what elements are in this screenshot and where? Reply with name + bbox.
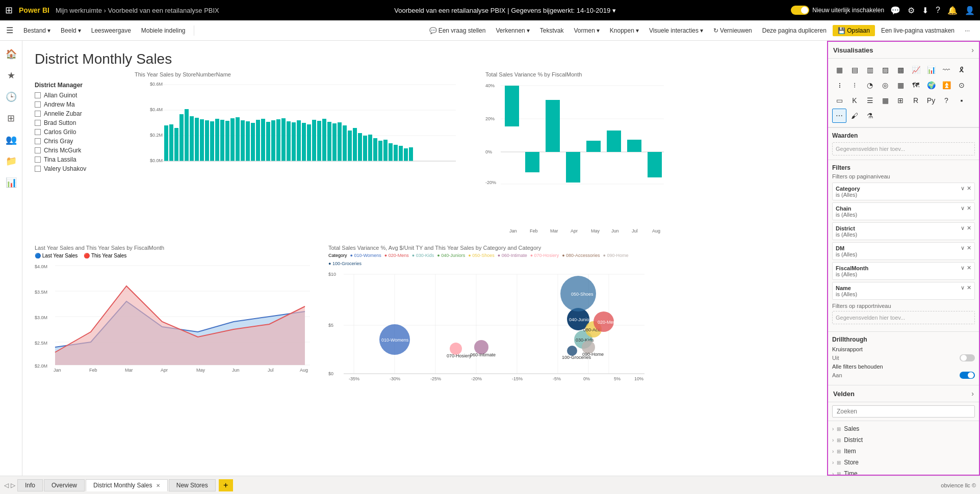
duplicate-btn[interactable]: Deze pagina dupliceren [758, 25, 831, 36]
filter-chain-remove[interactable]: ✕ [967, 205, 971, 212]
filter-chain[interactable]: Chain ∨ ✕ is (Alles) [832, 202, 975, 220]
dm-checkbox-2[interactable] [35, 111, 41, 117]
filters-behouden-toggle[interactable] [960, 372, 975, 379]
viz-gauge[interactable]: ⊙ [955, 78, 969, 92]
vormen-btn[interactable]: Vormen▾ [570, 25, 603, 36]
livepage-btn[interactable]: Een live-pagina vastmaken [877, 25, 959, 36]
dm-item-2[interactable]: Annelie Zubar [35, 110, 86, 117]
beeld-menu[interactable]: Beeld▾ [57, 25, 85, 36]
viz-area[interactable]: 📊 [924, 63, 938, 77]
filter-name-remove[interactable]: ✕ [967, 284, 971, 291]
dm-checkbox-6[interactable] [35, 147, 41, 153]
sidebar-home[interactable]: 🏠 [2, 45, 20, 63]
viz-line-stacked[interactable]: 〰 [939, 63, 953, 77]
viz-format[interactable]: 🖌 [847, 109, 862, 123]
tab-add-btn[interactable]: + [219, 479, 233, 491]
viz-treemap[interactable]: ▦ [893, 78, 908, 92]
dm-item-4[interactable]: Carlos Grilo [35, 128, 86, 136]
viz-filter-fields[interactable]: ⚗ [863, 109, 877, 123]
expand-arrow-time[interactable]: › [832, 471, 834, 476]
verkennen-btn[interactable]: Verkennen▾ [492, 25, 533, 36]
fields-item-district[interactable]: › ⊞ District [832, 434, 975, 446]
waarden-placeholder[interactable]: Gegevensvelden hier toev... [832, 142, 975, 155]
tab-info[interactable]: Info [17, 479, 43, 491]
filter-district-remove[interactable]: ✕ [967, 225, 971, 231]
viz-pie[interactable]: ◔ [863, 78, 877, 92]
viz-card[interactable]: ▭ [832, 93, 846, 108]
tekstvak-btn[interactable]: Tekstvak [536, 25, 568, 36]
dm-checkbox-5[interactable] [35, 138, 41, 144]
viz-slicer[interactable]: ☰ [863, 93, 877, 108]
new-look-toggle[interactable] [791, 6, 809, 15]
help-icon[interactable]: ? [936, 6, 940, 15]
fields-item-time[interactable]: › ⊞ Time [832, 468, 975, 476]
viz-kpi[interactable]: K [847, 93, 862, 108]
viz-bar-stacked-100[interactable]: ▥ [863, 63, 877, 77]
vernieuwen-btn[interactable]: ↻Vernieuwen [709, 25, 756, 36]
dm-item-0[interactable]: Allan Guinot [35, 92, 86, 99]
filter-district-expand[interactable]: ∨ [961, 225, 965, 231]
viz-bar-stacked[interactable]: ▦ [832, 63, 846, 77]
dm-checkbox-7[interactable] [35, 157, 41, 163]
viz-map[interactable]: 🗺 [909, 78, 923, 92]
viz-funnel[interactable]: ⏫ [939, 78, 953, 92]
expand-arrow-district[interactable]: › [832, 437, 834, 443]
account-icon[interactable]: 👤 [965, 6, 975, 15]
dm-checkbox-0[interactable] [35, 92, 41, 98]
tab-dms-close[interactable]: ✕ [156, 483, 160, 488]
mobiele-menu[interactable]: Mobiele indeling [137, 25, 190, 36]
filter-expand-icon[interactable]: ∨ [961, 185, 965, 192]
filter-dm[interactable]: DM ∨ ✕ is (Alles) [832, 242, 975, 260]
dm-checkbox-3[interactable] [35, 120, 41, 126]
filter-remove-icon[interactable]: ✕ [967, 185, 971, 192]
sidebar-shared[interactable]: 👥 [2, 131, 20, 149]
tab-nav-prev[interactable]: ◁ [4, 482, 9, 489]
dm-checkbox-8[interactable] [35, 166, 41, 172]
filter-fiscalmonth-expand[interactable]: ∨ [961, 265, 965, 271]
filter-dm-remove[interactable]: ✕ [967, 245, 971, 251]
viz-expand-icon[interactable]: › [971, 46, 974, 54]
viz-bar-horiz-stacked[interactable]: ▩ [893, 63, 908, 77]
viz-qna[interactable]: ? [939, 93, 953, 108]
sidebar-favorites[interactable]: ★ [2, 66, 20, 85]
sidebar-workspaces[interactable]: 📁 [2, 152, 20, 170]
viz-donut[interactable]: ◎ [878, 78, 892, 92]
grid-icon[interactable]: ⊞ [5, 5, 13, 16]
visuele-btn[interactable]: Visuele interacties▾ [645, 25, 707, 36]
tab-district-monthly-sales[interactable]: District Monthly Sales ✕ [86, 479, 168, 491]
fields-search-input[interactable] [832, 405, 975, 418]
tab-overview[interactable]: Overview [44, 479, 85, 491]
save-btn[interactable]: 💾 Opslaan [833, 25, 875, 36]
sidebar-apps[interactable]: ⊞ [2, 109, 20, 127]
expand-arrow-sales[interactable]: › [832, 426, 834, 432]
dm-item-8[interactable]: Valery Ushakov [35, 165, 86, 172]
comment-icon[interactable]: 💬 [890, 6, 900, 15]
viz-r[interactable]: R [909, 93, 923, 108]
filter-name-expand[interactable]: ∨ [961, 284, 965, 291]
sidebar-recent[interactable]: 🕒 [2, 88, 20, 106]
viz-py[interactable]: Py [924, 93, 938, 108]
viz-custom1[interactable]: ▪ [955, 93, 969, 108]
dm-item-5[interactable]: Chris Gray [35, 138, 86, 145]
tab-new-stores[interactable]: New Stores [169, 479, 216, 491]
viz-custom2[interactable]: ⋯ [832, 109, 846, 123]
viz-table[interactable]: ▦ [878, 93, 892, 108]
viz-waterfall[interactable]: ⫶ [832, 78, 846, 92]
viz-bar-horiz[interactable]: ▨ [878, 63, 892, 77]
expand-arrow-item[interactable]: › [832, 449, 834, 454]
filter-fiscalmonth-remove[interactable]: ✕ [967, 265, 971, 271]
filter-fiscalmonth[interactable]: FiscalMonth ∨ ✕ is (Alles) [832, 262, 975, 280]
viz-scatter[interactable]: ⁝ [847, 78, 862, 92]
fields-item-store[interactable]: › ⊞ Store [832, 457, 975, 468]
dm-item-3[interactable]: Brad Sutton [35, 119, 86, 126]
tab-nav-next[interactable]: ▷ [11, 482, 15, 489]
sidebar-report[interactable]: 📊 [2, 173, 20, 192]
fields-expand-icon[interactable]: › [971, 389, 974, 398]
bestand-menu[interactable]: Bestand▾ [19, 25, 55, 36]
filter-dm-expand[interactable]: ∨ [961, 245, 965, 251]
viz-matrix[interactable]: ⊞ [893, 93, 908, 108]
filter-name[interactable]: Name ∨ ✕ is (Alles) [832, 282, 975, 300]
expand-arrow-store[interactable]: › [832, 460, 834, 465]
hamburger-icon[interactable]: ☰ [6, 25, 13, 35]
ask-question-btn[interactable]: 💬Een vraag stellen [425, 25, 490, 36]
